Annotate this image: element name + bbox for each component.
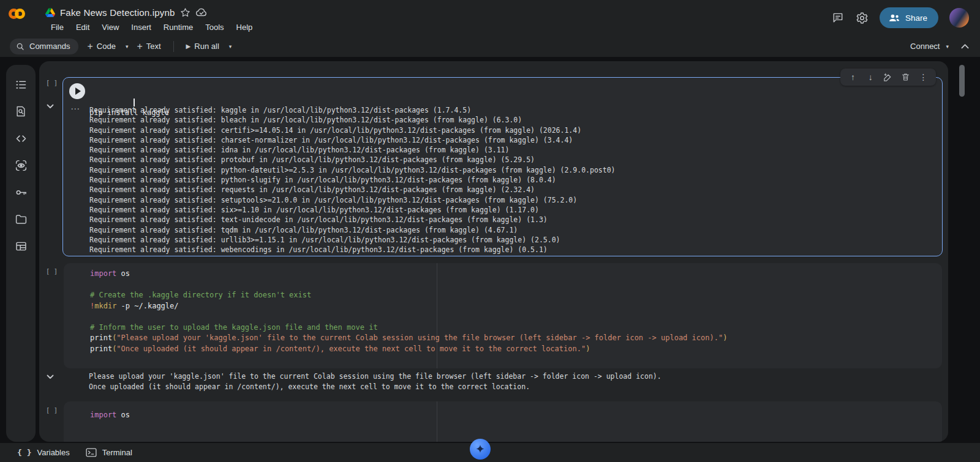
cell-3-execution-indicator[interactable]: [ ] [46, 406, 58, 414]
output-line: Requirement already satisfied: idna in /… [89, 146, 616, 155]
output-line: Requirement already satisfied: six>=1.10… [89, 206, 616, 215]
run-all-dropdown-caret[interactable]: ▾ [229, 43, 232, 50]
menu-bar: File Edit View Insert Runtime Tools Help [45, 21, 258, 34]
colab-logo[interactable] [9, 9, 40, 19]
cell-2-code[interactable]: import os # Create the .kaggle directory… [90, 269, 727, 354]
colab-logo-right-ring [15, 9, 25, 19]
cell-1-output: Requirement already satisfied: kaggle in… [89, 106, 616, 255]
code-cell-3[interactable]: import os [64, 401, 942, 442]
output-options-icon[interactable]: ⋯ [70, 103, 80, 114]
connect-button[interactable]: Connect ▾ [910, 42, 949, 51]
cell-toolbar: ↑ ↓ ⋮ [840, 69, 936, 86]
cell-2-execution-indicator[interactable]: [ ] [46, 267, 58, 275]
comment-icon[interactable] [831, 12, 845, 24]
cell-1-output-collapse-chevron-icon[interactable] [47, 104, 54, 109]
connect-dropdown-caret: ▾ [946, 43, 949, 50]
run-cell-button[interactable] [69, 83, 85, 99]
commands-button[interactable]: Commands [10, 39, 78, 54]
output-line: Please upload your 'kaggle.json' file to… [89, 372, 662, 382]
gemini-spark-button[interactable] [470, 439, 491, 460]
menu-runtime[interactable]: Runtime [158, 21, 198, 34]
variables-label: Variables [37, 448, 69, 457]
code-cell-2[interactable]: import os # Create the .kaggle directory… [64, 263, 942, 368]
cell-more-options-icon[interactable]: ⋮ [917, 70, 930, 84]
add-code-button[interactable]: + Code [82, 39, 120, 54]
share-label: Share [905, 13, 927, 23]
output-line: Requirement already satisfied: bleach in… [89, 116, 616, 125]
notebook-surface: [ ] ↑ ↓ ⋮ [39, 61, 948, 442]
find-and-replace-icon[interactable] [13, 104, 28, 119]
vertical-scrollbar-thumb[interactable] [959, 65, 965, 97]
share-button[interactable]: Share [880, 7, 938, 28]
column-ruler [437, 401, 437, 442]
menu-edit[interactable]: Edit [70, 21, 95, 34]
cell-1-execution-indicator[interactable]: [ ] [46, 79, 58, 86]
settings-gear-icon[interactable] [856, 12, 869, 24]
delete-cell-icon[interactable] [899, 70, 913, 84]
plus-icon: + [137, 41, 142, 52]
secrets-key-icon[interactable] [13, 185, 28, 199]
play-icon [75, 88, 81, 95]
text-cursor [134, 99, 135, 106]
menu-insert[interactable]: Insert [126, 21, 157, 34]
output-line: Requirement already satisfied: setuptool… [89, 196, 616, 206]
move-cell-down-icon[interactable]: ↓ [864, 70, 877, 84]
code-cell-1[interactable]: pip install kaggle ⋯ Requirement already… [62, 77, 943, 256]
star-icon[interactable] [180, 7, 190, 18]
terminal-button[interactable]: Terminal [86, 448, 132, 457]
notebook-title[interactable]: Fake News Detection.ipynb [60, 7, 175, 18]
code-line [90, 280, 727, 291]
user-avatar[interactable] [949, 8, 969, 28]
cell-2-output-collapse-chevron-icon[interactable] [47, 374, 54, 379]
code-line: print("Please upload your 'kaggle.json' … [90, 333, 727, 344]
main-area: [ ] ↑ ↓ ⋮ [0, 57, 980, 443]
code-line: !mkdir -p ~/.kaggle/ [90, 301, 727, 312]
add-text-button[interactable]: + Text [132, 39, 165, 54]
collapse-header-chevron-icon[interactable] [961, 43, 969, 49]
terminal-label: Terminal [102, 448, 132, 457]
code-line: # Create the .kaggle directory if it doe… [90, 290, 727, 301]
toolbar-divider [173, 41, 174, 52]
add-text-label: Text [146, 42, 161, 51]
notebook-toolbar: Commands + Code ▾ + Text ▶ Run all ▾ Con… [0, 35, 980, 57]
table-of-contents-icon[interactable] [13, 77, 28, 92]
output-line: Requirement already satisfied: certifi>=… [89, 126, 616, 136]
menu-help[interactable]: Help [231, 21, 258, 34]
add-code-label: Code [97, 42, 116, 51]
cell-3-code[interactable]: import os [90, 410, 130, 421]
colab-app: Fake News Detection.ipynb File [0, 0, 980, 462]
files-folder-icon[interactable] [13, 212, 28, 226]
terminal-icon [86, 448, 97, 457]
plus-icon: + [87, 41, 92, 52]
variables-button[interactable]: { } Variables [17, 448, 70, 457]
ai-vision-icon[interactable] [13, 158, 28, 173]
output-line: Requirement already satisfied: python-sl… [89, 176, 616, 185]
menu-view[interactable]: View [96, 21, 124, 34]
commands-label: Commands [29, 42, 70, 51]
code-line: print("Once uploaded (it should appear i… [90, 344, 727, 355]
cloud-save-icon[interactable] [195, 7, 208, 17]
output-line: Requirement already satisfied: urllib3>=… [89, 236, 616, 245]
output-line: Requirement already satisfied: requests … [89, 185, 616, 195]
output-line: Requirement already satisfied: python-da… [89, 166, 616, 176]
output-line: Requirement already satisfied: tqdm in /… [89, 226, 616, 236]
menu-file[interactable]: File [45, 21, 69, 34]
code-line: import os [90, 269, 727, 280]
code-line: import os [90, 410, 130, 421]
move-cell-up-icon[interactable]: ↑ [846, 70, 859, 84]
code-snippets-icon[interactable] [13, 131, 28, 146]
run-all-button[interactable]: ▶ Run all [181, 39, 224, 53]
output-line: Requirement already satisfied: webencodi… [89, 245, 616, 255]
add-code-dropdown-caret[interactable]: ▾ [126, 43, 129, 50]
output-line: Requirement already satisfied: text-unid… [89, 215, 616, 225]
gemini-spark-icon [474, 443, 486, 455]
menu-tools[interactable]: Tools [200, 21, 229, 34]
left-sidebar [6, 65, 36, 442]
data-table-icon[interactable] [13, 239, 28, 253]
output-line: Requirement already satisfied: charset-n… [89, 136, 616, 146]
variables-braces-icon: { } [17, 448, 31, 457]
edit-with-ai-icon[interactable] [881, 70, 895, 84]
run-all-play-icon: ▶ [186, 43, 191, 50]
code-line: # Inform the user to upload the kaggle.j… [90, 322, 727, 333]
share-people-icon [888, 13, 900, 23]
